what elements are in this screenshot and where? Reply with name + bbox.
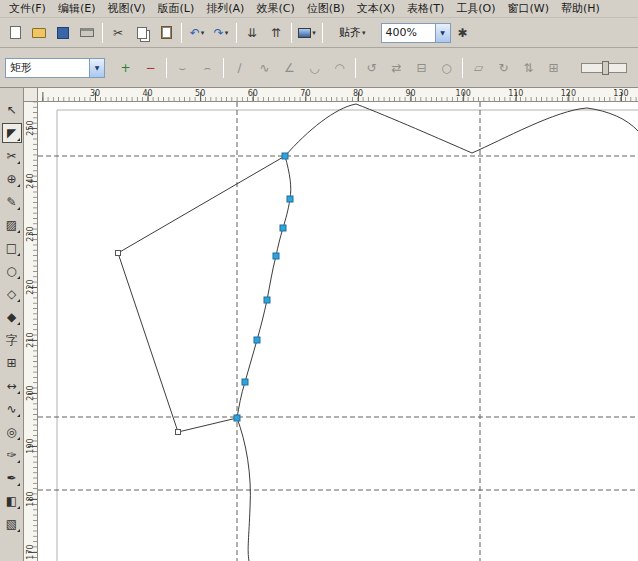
selected-node-handle[interactable] — [242, 379, 248, 385]
h-ruler-label: 120 — [560, 89, 576, 98]
extend-curve-button[interactable]: ⇄ — [385, 57, 408, 78]
crop-tool[interactable]: ✂ — [2, 146, 22, 166]
selected-node-handle[interactable] — [287, 196, 293, 202]
node-handle[interactable] — [176, 430, 181, 435]
symmetrical-node-button[interactable]: ◠ — [328, 57, 351, 78]
convert-to-line-button[interactable]: ∕ — [228, 57, 251, 78]
freehand-tool[interactable]: ✎ — [2, 192, 22, 212]
convert-to-curve-button[interactable]: ∿ — [253, 57, 276, 78]
menu-bitmaps[interactable]: 位图(B) — [301, 0, 351, 17]
menu-edit[interactable]: 编辑(E) — [52, 0, 102, 17]
selected-node-handle[interactable] — [273, 253, 279, 259]
close-curve-button[interactable]: ○ — [435, 57, 458, 78]
selected-node-handle[interactable] — [254, 337, 260, 343]
scale-nodes-button[interactable]: ▱ — [467, 57, 490, 78]
crop-tool-icon: ✂ — [6, 150, 16, 162]
break-curve-button[interactable]: ⌢ — [196, 57, 219, 78]
polygon-tool-icon: ◇ — [7, 288, 16, 300]
blend-tool[interactable]: ◎ — [2, 422, 22, 442]
selected-node-handle[interactable] — [264, 297, 270, 303]
drawing-svg[interactable] — [38, 102, 638, 561]
snap-to-label: 贴齐 — [339, 25, 361, 40]
pattern-curve[interactable] — [118, 156, 285, 253]
chevron-down-icon[interactable]: ▾ — [225, 29, 229, 37]
chevron-down-icon[interactable]: ▼ — [435, 24, 450, 42]
redo-button[interactable]: ↷▾ — [210, 22, 232, 44]
selected-node-handle[interactable] — [280, 225, 286, 231]
new-document-icon — [10, 26, 21, 39]
join-nodes-button[interactable]: ⌣ — [171, 57, 194, 78]
outline-tool[interactable]: ✒ — [2, 468, 22, 488]
select-all-nodes-button[interactable]: ⊞ — [542, 57, 565, 78]
open-button[interactable] — [28, 22, 50, 44]
options-button[interactable]: ✱ — [452, 22, 474, 44]
slider-knob[interactable] — [602, 61, 609, 75]
redo-icon: ↷ — [214, 27, 224, 39]
selected-node-handle[interactable] — [282, 153, 288, 159]
undo-button[interactable]: ↶▾ — [186, 22, 208, 44]
align-nodes-button[interactable]: ⇅ — [517, 57, 540, 78]
paste-button[interactable] — [155, 22, 177, 44]
menu-view[interactable]: 视图(V) — [101, 0, 151, 17]
text-tool[interactable]: 字 — [2, 330, 22, 350]
zoom-tool[interactable]: ⊕ — [2, 169, 22, 189]
shape-tool[interactable]: ◤ — [2, 123, 22, 143]
eyedropper-tool-icon: ✑ — [6, 449, 16, 461]
import-button[interactable]: ⇊ — [241, 22, 263, 44]
save-button[interactable] — [52, 22, 74, 44]
fill-tool[interactable]: ◧ — [2, 491, 22, 511]
rectangle-tool[interactable]: □ — [2, 238, 22, 258]
rectangle-tool-icon: □ — [6, 242, 17, 254]
menu-window[interactable]: 窗口(W) — [502, 0, 555, 17]
menu-text[interactable]: 文本(X) — [351, 0, 401, 17]
cut-button[interactable]: ✂ — [107, 22, 129, 44]
snap-to-button[interactable]: 贴齐 ▾ — [334, 22, 371, 44]
application-launcher-button[interactable]: ▾ — [296, 22, 318, 44]
interactive-fill-tool[interactable]: ▧ — [2, 514, 22, 534]
chevron-down-icon[interactable]: ▾ — [201, 29, 205, 37]
menu-help[interactable]: 帮助(H) — [555, 0, 606, 17]
menu-effects[interactable]: 效果(C) — [250, 0, 300, 17]
menu-tools[interactable]: 工具(O) — [450, 0, 501, 17]
ellipse-tool[interactable]: ○ — [2, 261, 22, 281]
node-handle[interactable] — [116, 251, 121, 256]
menu-arrange[interactable]: 排列(A) — [200, 0, 250, 17]
workarea: ↖◤✂⊕✎▨□○◇◆字⊞↔∿◎✑✒◧▧ 30405060708090100110… — [0, 88, 638, 561]
reverse-direction-button[interactable]: ↺ — [360, 57, 383, 78]
table-tool[interactable]: ⊞ — [2, 353, 22, 373]
menu-file[interactable]: 文件(F) — [3, 0, 52, 17]
polygon-tool[interactable]: ◇ — [2, 284, 22, 304]
basic-shapes-tool[interactable]: ◆ — [2, 307, 22, 327]
new-document-button[interactable] — [4, 22, 26, 44]
selected-node-handle[interactable] — [234, 415, 240, 421]
chevron-down-icon[interactable]: ▾ — [362, 29, 366, 37]
cusp-node-button[interactable]: ∠ — [278, 57, 301, 78]
pick-tool[interactable]: ↖ — [2, 100, 22, 120]
delete-node-button[interactable]: − — [139, 57, 162, 78]
pattern-curve[interactable] — [118, 253, 237, 432]
eyedropper-tool[interactable]: ✑ — [2, 445, 22, 465]
chevron-down-icon[interactable]: ▼ — [89, 59, 104, 77]
print-button[interactable] — [76, 22, 98, 44]
add-node-button[interactable]: + — [114, 57, 137, 78]
menu-layout[interactable]: 版面(L) — [152, 0, 201, 17]
copy-button[interactable] — [131, 22, 153, 44]
smooth-node-button[interactable]: ◡ — [303, 57, 326, 78]
horizontal-ruler[interactable]: 30405060708090100110120130 — [38, 88, 638, 102]
rotate-nodes-button[interactable]: ↻ — [492, 57, 515, 78]
v-ruler-label: 210 — [26, 329, 36, 351]
ruler-origin[interactable] — [24, 88, 38, 102]
vertical-ruler[interactable]: 250240230220210200190180170 — [24, 102, 38, 561]
chevron-down-icon[interactable]: ▾ — [312, 29, 316, 37]
pattern-curve[interactable] — [285, 104, 638, 156]
curve-smoothness-slider[interactable] — [581, 63, 627, 73]
zoom-level-combobox[interactable]: 400% ▼ — [381, 23, 451, 43]
menu-table[interactable]: 表格(T) — [401, 0, 450, 17]
extract-subpath-button[interactable]: ⊟ — [410, 57, 433, 78]
smart-fill-tool[interactable]: ▨ — [2, 215, 22, 235]
connector-tool[interactable]: ∿ — [2, 399, 22, 419]
dimension-tool[interactable]: ↔ — [2, 376, 22, 396]
canvas[interactable] — [38, 102, 638, 561]
export-button[interactable]: ⇈ — [265, 22, 287, 44]
preset-combobox[interactable]: 矩形 ▼ — [5, 58, 105, 78]
